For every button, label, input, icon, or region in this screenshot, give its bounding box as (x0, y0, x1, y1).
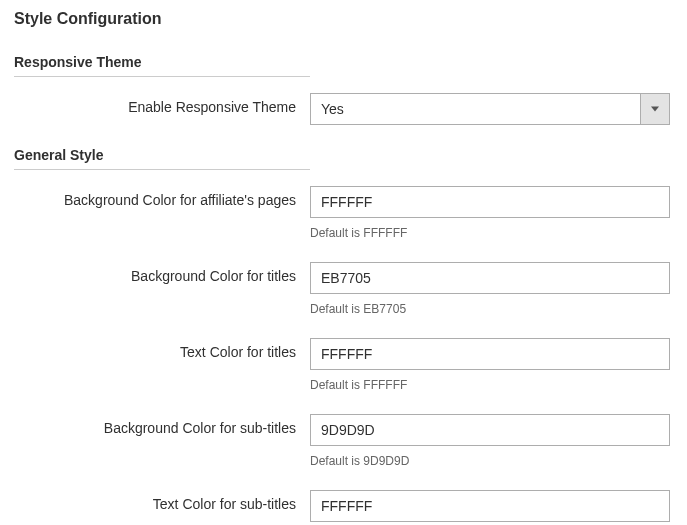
field-bg-titles: Background Color for titles Default is E… (14, 262, 673, 316)
label-text-titles: Text Color for titles (14, 338, 310, 360)
field-bg-subtitles: Background Color for sub-titles Default … (14, 414, 673, 468)
hint-bg-affiliate: Default is FFFFFF (310, 226, 670, 240)
section-title-general: General Style (14, 147, 310, 170)
select-enable-responsive-input[interactable]: Yes (310, 93, 670, 125)
label-text-subtitles: Text Color for sub-titles (14, 490, 310, 512)
hint-text-titles: Default is FFFFFF (310, 378, 670, 392)
label-bg-affiliate: Background Color for affiliate's pages (14, 186, 310, 208)
field-text-titles: Text Color for titles Default is FFFFFF (14, 338, 673, 392)
select-enable-responsive[interactable]: Yes (310, 93, 670, 125)
hint-bg-subtitles: Default is 9D9D9D (310, 454, 670, 468)
input-text-subtitles[interactable] (310, 490, 670, 522)
input-bg-subtitles[interactable] (310, 414, 670, 446)
label-bg-subtitles: Background Color for sub-titles (14, 414, 310, 436)
field-enable-responsive: Enable Responsive Theme Yes (14, 93, 673, 125)
label-bg-titles: Background Color for titles (14, 262, 310, 284)
field-bg-affiliate: Background Color for affiliate's pages D… (14, 186, 673, 240)
field-text-subtitles: Text Color for sub-titles Default is FFF… (14, 490, 673, 525)
hint-bg-titles: Default is EB7705 (310, 302, 670, 316)
input-bg-affiliate[interactable] (310, 186, 670, 218)
input-text-titles[interactable] (310, 338, 670, 370)
label-enable-responsive: Enable Responsive Theme (14, 93, 310, 115)
section-title-responsive: Responsive Theme (14, 54, 310, 77)
input-bg-titles[interactable] (310, 262, 670, 294)
page-title: Style Configuration (14, 10, 673, 28)
